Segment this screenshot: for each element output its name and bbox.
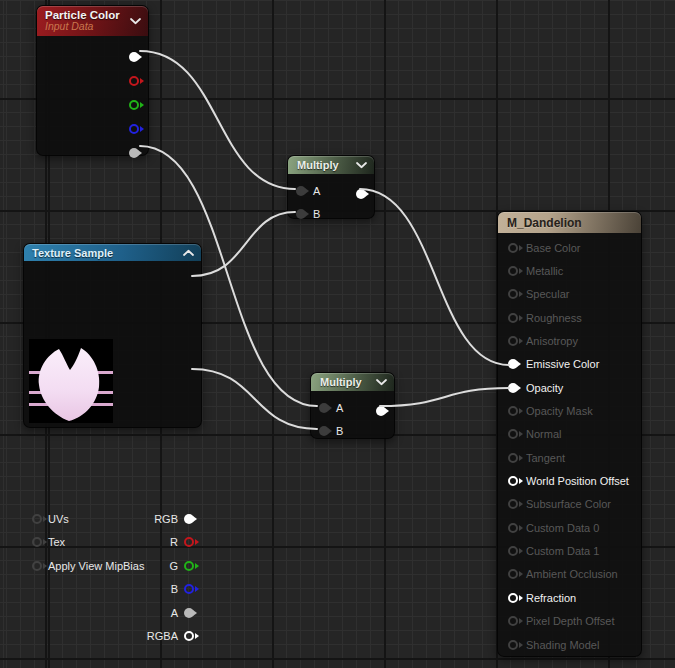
material-pin-row-subsurface-color: Subsurface Color: [508, 493, 635, 516]
material-pin-row-roughness: Roughness: [508, 306, 635, 329]
pin-custom-data-0-input[interactable]: [508, 523, 518, 533]
pin-uvs-input[interactable]: [32, 514, 42, 524]
output-row-g: G: [147, 554, 194, 578]
pin-custom-data-1-input[interactable]: [508, 546, 518, 556]
input-row-a: A: [296, 179, 320, 202]
wire-texturesample-a-to-multiply2-b[interactable]: [192, 369, 317, 429]
input-row-a: A: [319, 396, 343, 419]
particle-color-subtitle: Input Data: [45, 21, 93, 32]
pin-rgb-output[interactable]: [184, 514, 194, 524]
material-pin-row-emissive-color: Emissive Color: [508, 353, 635, 376]
wire-multiply2-out-to-opacity[interactable]: [380, 388, 509, 406]
material-pin-row-world-position-offset: World Position Offset: [508, 469, 635, 492]
pin-a-output[interactable]: [184, 608, 194, 618]
material-pin-row-opacity-mask: Opacity Mask: [508, 399, 635, 422]
pin-pixel-depth-offset-input[interactable]: [508, 616, 518, 626]
pin-base-color-input[interactable]: [508, 243, 518, 253]
pin-b-label: B: [313, 208, 320, 220]
material-pin-row-opacity: Opacity: [508, 376, 635, 399]
material-pin-row-refraction: Refraction: [508, 586, 635, 609]
input-row-mipbias: Apply View MipBias: [32, 554, 144, 578]
node-multiply-1[interactable]: Multiply A B: [287, 155, 375, 219]
pin-normal-input[interactable]: [508, 429, 518, 439]
pin-b-input[interactable]: [296, 209, 306, 219]
chevron-down-icon[interactable]: [130, 18, 141, 25]
material-pin-row-custom-data-1: Custom Data 1: [508, 539, 635, 562]
pin-rgba-output[interactable]: [184, 631, 194, 641]
pin-b-label: B: [336, 425, 343, 437]
pin-tex-label: Tex: [48, 536, 65, 548]
multiply-2-title: Multiply: [320, 376, 362, 388]
material-pin-row-base-color: Base Color: [508, 236, 635, 259]
pin-g-output[interactable]: [129, 100, 139, 110]
pin-b-output[interactable]: [184, 584, 194, 594]
pin-shading-model-input[interactable]: [508, 640, 518, 650]
multiply-1-inputs: A B: [296, 179, 320, 225]
pin-mipbias-input[interactable]: [32, 561, 42, 571]
wire-texturesample-rgb-to-multiply1-b[interactable]: [192, 212, 295, 276]
pin-r-output[interactable]: [184, 537, 194, 547]
pin-a-label: A: [313, 185, 320, 197]
node-multiply-2[interactable]: Multiply A B: [310, 372, 395, 439]
material-pin-row-custom-data-0: Custom Data 0: [508, 516, 635, 539]
pin-world-position-offset-input[interactable]: [508, 476, 518, 486]
output-row-r: R: [147, 531, 194, 555]
material-pin-row-metallic: Metallic: [508, 259, 635, 282]
pin-opacity-input[interactable]: [508, 383, 518, 393]
pin-a-output[interactable]: [129, 148, 139, 158]
chevron-down-icon[interactable]: [356, 162, 367, 169]
pin-b-input[interactable]: [319, 426, 329, 436]
node-material-result[interactable]: M_Dandelion Base Color Metallic Specular…: [497, 211, 642, 657]
pin-a-input[interactable]: [319, 403, 329, 413]
particle-color-outputs: [129, 52, 139, 158]
chevron-up-icon[interactable]: [183, 249, 194, 256]
material-result-header[interactable]: M_Dandelion: [498, 212, 641, 233]
pin-tex-input[interactable]: [32, 537, 42, 547]
pin-opacity-mask-input[interactable]: [508, 406, 518, 416]
pin-rgb-output[interactable]: [129, 52, 139, 62]
pin-specular-input[interactable]: [508, 289, 518, 299]
chevron-down-icon[interactable]: [376, 379, 387, 386]
pin-tangent-input[interactable]: [508, 453, 518, 463]
pin-a-input[interactable]: [296, 186, 306, 196]
output-row-rgb: RGB: [147, 507, 194, 531]
pin-r-label: R: [170, 536, 178, 548]
petal-image: [29, 339, 113, 423]
pin-anisotropy-input[interactable]: [508, 336, 518, 346]
texture-sample-outputs: RGB R G B A RGBA: [147, 507, 194, 648]
material-result-pins: Base Color Metallic Specular Roughness A…: [508, 236, 635, 656]
pin-g-output[interactable]: [184, 561, 194, 571]
texture-sample-inputs: UVs Tex Apply View MipBias: [32, 507, 144, 578]
pin-emissive-color-input[interactable]: [508, 359, 518, 369]
texture-preview-thumbnail[interactable]: [29, 339, 113, 423]
material-pin-row-pixel-depth-offset: Pixel Depth Offset: [508, 610, 635, 633]
pin-r-output[interactable]: [129, 76, 139, 86]
multiply-2-output: [376, 402, 386, 420]
pin-uvs-label: UVs: [48, 513, 69, 525]
pin-subsurface-color-input[interactable]: [508, 499, 518, 509]
pin-g-label: G: [169, 560, 178, 572]
multiply-1-title: Multiply: [297, 159, 339, 171]
wire-particlecolor-rgb-to-multiply1-a[interactable]: [140, 51, 295, 189]
particle-color-header[interactable]: Particle Color Input Data: [37, 6, 148, 36]
wire-multiply1-out-to-emissive[interactable]: [360, 189, 509, 365]
texture-sample-header[interactable]: Texture Sample: [24, 244, 201, 261]
multiply-2-header[interactable]: Multiply: [311, 373, 394, 391]
pin-ambient-occlusion-input[interactable]: [508, 569, 518, 579]
input-row-uvs: UVs: [32, 507, 144, 531]
pin-metallic-input[interactable]: [508, 266, 518, 276]
multiply-1-header[interactable]: Multiply: [288, 156, 374, 174]
pin-roughness-input[interactable]: [508, 313, 518, 323]
pin-result-output[interactable]: [356, 189, 366, 199]
pin-b-output[interactable]: [129, 124, 139, 134]
pin-mipbias-label: Apply View MipBias: [48, 560, 144, 572]
pin-a-label: A: [171, 607, 178, 619]
output-row-rgba: RGBA: [147, 625, 194, 649]
texture-sample-title: Texture Sample: [32, 247, 113, 259]
pin-result-output[interactable]: [376, 406, 386, 416]
pin-refraction-input[interactable]: [508, 593, 518, 603]
node-texture-sample[interactable]: Texture Sample UVs Tex Apply View MipBia…: [23, 243, 202, 428]
node-particle-color[interactable]: Particle Color Input Data: [36, 5, 149, 156]
multiply-2-inputs: A B: [319, 396, 343, 442]
material-graph-canvas[interactable]: Particle Color Input Data Texture Sample…: [0, 0, 675, 668]
